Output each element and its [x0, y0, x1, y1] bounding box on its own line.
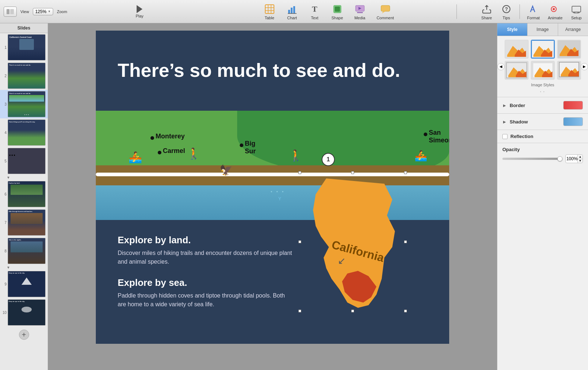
opacity-slider[interactable]: [502, 158, 562, 160]
svg-rect-12: [335, 7, 340, 12]
text-tool[interactable]: T Text: [307, 2, 323, 21]
style-nav-right-button[interactable]: ▶: [581, 63, 588, 70]
slide-item-active[interactable]: 3 There's so much to see and do. • • •: [0, 90, 48, 118]
share-label: Share: [481, 16, 492, 20]
svg-point-29: [21, 307, 32, 312]
slide-item[interactable]: 7 Hike through forests and beaches.: [0, 208, 48, 237]
style-thumb-4[interactable]: [505, 61, 529, 80]
shape-tool[interactable]: Shape: [329, 2, 345, 21]
slide-item[interactable]: 9 Keep an eye to the sky.: [0, 270, 48, 298]
setup-tool[interactable]: Setup: [568, 2, 584, 21]
shadow-expand-icon[interactable]: ▶: [502, 119, 507, 124]
style-dots: • •: [500, 90, 585, 93]
slide-expand-row: ▼: [0, 175, 48, 180]
media-tool[interactable]: Media: [352, 2, 368, 21]
style-thumb-3[interactable]: [557, 40, 581, 59]
water-mark: ʏ: [278, 195, 282, 202]
svg-rect-2: [265, 5, 274, 13]
style-thumb-2[interactable]: [531, 40, 555, 59]
shadow-color-swatch[interactable]: [563, 117, 583, 126]
reflection-checkbox[interactable]: [502, 134, 507, 139]
style-nav-left-button[interactable]: ◀: [497, 63, 505, 70]
slide-number: 2: [1, 74, 7, 78]
slide-number: 5: [1, 159, 7, 163]
svg-rect-9: [293, 6, 295, 13]
text-label: Text: [311, 16, 318, 20]
table-label: Table: [265, 16, 274, 20]
comment-tool[interactable]: Comment: [375, 2, 396, 21]
selection-handle-mr: [404, 240, 407, 243]
reflection-label: Reflection: [510, 134, 533, 139]
svg-rect-15: [357, 12, 363, 13]
tab-image[interactable]: Image: [528, 23, 558, 36]
opacity-decrement-button[interactable]: ▼: [577, 159, 583, 163]
hiker-icon-left: 🚶: [187, 147, 200, 160]
media-icon: [354, 3, 366, 15]
style-thumb-5[interactable]: [531, 61, 555, 80]
play-label: Play: [136, 14, 143, 18]
slide-canvas[interactable]: There’s so much to see and do. Monterey: [96, 31, 449, 344]
toolbar-right-section: Share ? Tips Format: [458, 2, 584, 21]
slide-number: 7: [1, 221, 7, 225]
tab-arrange[interactable]: Arrange: [558, 23, 588, 36]
svg-rect-16: [381, 5, 390, 11]
add-slide-button[interactable]: +: [19, 330, 29, 340]
border-color-swatch[interactable]: [563, 101, 583, 110]
toolbar-left-section: View 125% ▼ Zoom: [4, 7, 77, 17]
border-expand-icon[interactable]: ▶: [502, 103, 507, 107]
zoom-dropdown[interactable]: 125% ▼: [33, 8, 54, 15]
zoom-value: 125%: [35, 9, 47, 14]
slide-item[interactable]: 2 There's so much to see and do.: [0, 62, 48, 90]
shadow-label: Shadow: [510, 119, 560, 125]
share-tool[interactable]: Share: [479, 2, 495, 21]
play-icon: [137, 5, 142, 13]
slide-thumbnail: There's so much to see and do. • • •: [8, 91, 46, 117]
opacity-input-field[interactable]: 100% ▲ ▼: [565, 154, 583, 163]
svg-marker-28: [21, 278, 32, 285]
slide-number: 6: [1, 192, 7, 196]
shape-label: Shape: [332, 16, 343, 20]
style-thumb-row-2: [500, 61, 585, 80]
slide-thumbnail: Keep an eye to the sky.: [8, 271, 46, 297]
slide-item[interactable]: 1 California's Central Coast: [0, 33, 48, 62]
animate-icon: [549, 3, 561, 15]
canvas-area: There’s so much to see and do. Monterey: [48, 23, 497, 370]
slide-thumbnail: Hike through forests and beaches.: [8, 209, 46, 236]
opacity-slider-thumb[interactable]: [557, 156, 562, 161]
slide-header-bar: There’s so much to see and do.: [96, 31, 449, 111]
slide-number: 3: [1, 102, 7, 106]
animate-tool[interactable]: Animate: [546, 2, 565, 21]
chart-tool[interactable]: Chart: [284, 2, 300, 21]
table-tool[interactable]: Table: [262, 2, 278, 21]
slide-title: There’s so much to see and do.: [118, 60, 400, 81]
tips-label: Tips: [503, 16, 510, 20]
play-button[interactable]: Play: [136, 5, 143, 18]
format-tool[interactable]: Format: [525, 2, 542, 21]
selection-handle-tl: [298, 171, 301, 174]
tab-style[interactable]: Style: [497, 23, 528, 36]
slide-item[interactable]: 6 Explore by land.: [0, 180, 48, 208]
svg-rect-7: [288, 10, 290, 13]
slide-item[interactable]: 10 Keep an eye to the sky.: [0, 298, 48, 327]
slide-thumbnail: • • •: [8, 148, 46, 174]
opacity-increment-button[interactable]: ▲: [577, 155, 583, 159]
selection-handle-bm: [351, 310, 354, 312]
route-number: 1: [327, 156, 330, 163]
slide-number: 8: [1, 249, 7, 253]
slides-panel: Slides 1 California's Central Coast 2 Th…: [0, 23, 48, 370]
slide-item[interactable]: 5 • • •: [0, 147, 48, 175]
kayaker-icon-right: 🚣: [415, 150, 427, 162]
style-thumb-row-1: [500, 40, 585, 59]
slide-item[interactable]: 4 Some things you'll see along the way.: [0, 118, 48, 147]
tips-tool[interactable]: ? Tips: [498, 2, 514, 21]
tips-icon: ?: [501, 3, 512, 15]
opacity-label: Opacity: [502, 147, 583, 152]
slide-item[interactable]: 8 Take in the sights.: [0, 237, 48, 265]
california-shape-container[interactable]: California ↙: [300, 173, 405, 311]
style-thumb-1[interactable]: [505, 40, 529, 59]
selection-handle-bl: [298, 310, 301, 312]
slide-expand-row-2: ▼: [0, 265, 48, 270]
style-thumb-6[interactable]: [557, 61, 581, 80]
animate-label: Animate: [548, 16, 562, 20]
view-button[interactable]: [4, 7, 17, 17]
